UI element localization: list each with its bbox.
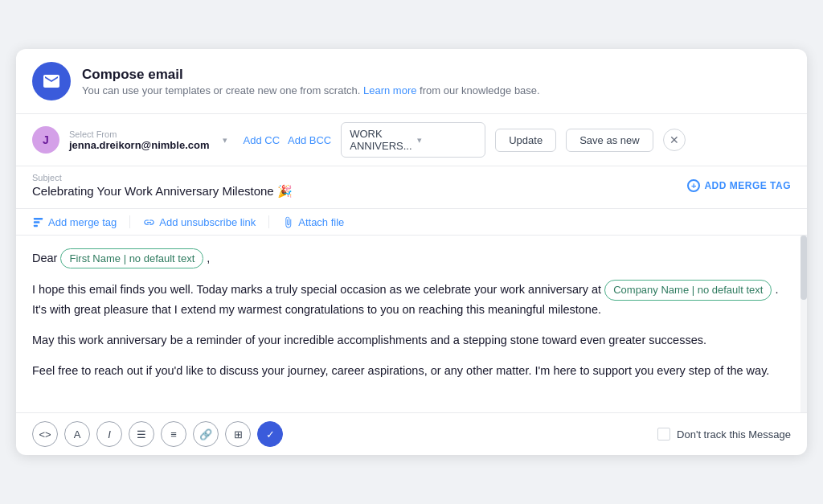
check-button[interactable]: ✓ bbox=[257, 421, 283, 447]
link-format-icon: 🔗 bbox=[199, 428, 212, 440]
dont-track-label: Don't track this Message bbox=[677, 428, 791, 440]
code-button[interactable]: <> bbox=[32, 421, 58, 447]
from-email: jenna.dreikorn@nimble.com bbox=[69, 139, 210, 151]
align-icon: ☰ bbox=[137, 428, 146, 440]
dont-track-section: Don't track this Message bbox=[657, 428, 791, 440]
first-name-merge-tag[interactable]: First Name | no default text bbox=[60, 248, 203, 268]
attach-file-label: Attach file bbox=[298, 216, 344, 228]
svg-rect-2 bbox=[34, 224, 38, 227]
code-icon: <> bbox=[39, 428, 51, 440]
merge-tag-icon bbox=[32, 216, 44, 228]
template-name: WORK ANNIVERS... bbox=[350, 128, 412, 152]
scroll-thumb[interactable] bbox=[800, 236, 807, 300]
merge-tag-label: Add merge tag bbox=[48, 216, 117, 228]
italic-icon: I bbox=[108, 428, 111, 440]
from-selector: Select From jenna.dreikorn@nimble.com bbox=[69, 129, 210, 151]
email-body[interactable]: Dear First Name | no default text , I ho… bbox=[16, 236, 807, 412]
close-button[interactable]: ✕ bbox=[663, 129, 686, 151]
avatar: J bbox=[32, 126, 59, 154]
save-as-new-button[interactable]: Save as new bbox=[566, 129, 653, 152]
add-merge-tag-button[interactable]: + ADD MERGE TAG bbox=[687, 179, 791, 192]
text-format-button[interactable]: A bbox=[64, 421, 90, 447]
cc-bcc-links: Add CC Add BCC bbox=[244, 134, 332, 146]
dear-text: Dear bbox=[32, 252, 60, 264]
from-label: Select From bbox=[69, 129, 210, 139]
attach-icon bbox=[282, 216, 294, 228]
scroll-track bbox=[800, 236, 807, 412]
add-merge-tag-label: ADD MERGE TAG bbox=[704, 180, 791, 191]
compose-modal: Compose email You can use your templates… bbox=[16, 49, 807, 455]
add-bcc-link[interactable]: Add BCC bbox=[288, 134, 331, 146]
list-icon: ≡ bbox=[170, 428, 177, 440]
unsubscribe-label: Add unsubscribe link bbox=[159, 216, 256, 228]
list-button[interactable]: ≡ bbox=[161, 421, 186, 447]
image-button[interactable]: ⊞ bbox=[225, 421, 251, 447]
plus-circle-icon: + bbox=[687, 179, 700, 192]
compose-icon bbox=[32, 62, 71, 100]
compose-subtitle: You can use your templates or create new… bbox=[82, 84, 540, 96]
compose-header: Compose email You can use your templates… bbox=[16, 49, 807, 114]
compose-title: Compose email bbox=[82, 67, 540, 83]
text-icon: A bbox=[74, 428, 81, 440]
image-icon: ⊞ bbox=[234, 428, 243, 440]
learn-more-link[interactable]: Learn more bbox=[363, 84, 416, 96]
body-paragraph1: I hope this email finds you well. Today … bbox=[32, 280, 791, 319]
check-icon: ✓ bbox=[266, 428, 275, 440]
company-name-merge-tag[interactable]: Company Name | no default text bbox=[604, 280, 772, 300]
update-button[interactable]: Update bbox=[495, 129, 556, 152]
italic-button[interactable]: I bbox=[96, 421, 122, 447]
subject-label: Subject bbox=[32, 173, 687, 182]
add-unsubscribe-action[interactable]: Add unsubscribe link bbox=[143, 216, 256, 228]
greeting-paragraph: Dear First Name | no default text , bbox=[32, 248, 791, 268]
link-icon bbox=[143, 216, 155, 228]
body-paragraph3: Feel free to reach out if you'd like to … bbox=[32, 362, 791, 381]
svg-rect-1 bbox=[34, 221, 40, 223]
add-merge-tag-action[interactable]: Add merge tag bbox=[32, 216, 117, 228]
dont-track-checkbox[interactable] bbox=[657, 428, 670, 440]
align-button[interactable]: ☰ bbox=[129, 421, 154, 447]
comma-text: , bbox=[207, 252, 210, 264]
toolbar-separator bbox=[129, 215, 130, 228]
attach-file-action[interactable]: Attach file bbox=[282, 216, 344, 228]
subject-value: Celebrating Your Work Anniversary Milest… bbox=[32, 184, 687, 199]
toolbar-separator-2 bbox=[268, 215, 269, 228]
subject-row: Subject Celebrating Your Work Anniversar… bbox=[16, 166, 807, 209]
bottom-toolbar: <> A I ☰ ≡ 🔗 ⊞ ✓ Don't track this Messag… bbox=[16, 412, 807, 455]
body-paragraph2: May this work anniversary be a reminder … bbox=[32, 331, 791, 350]
header-text: Compose email You can use your templates… bbox=[82, 67, 540, 96]
template-dropdown[interactable]: WORK ANNIVERS... ▾ bbox=[341, 122, 485, 158]
editor-toolbar: Add merge tag Add unsubscribe link Attac… bbox=[16, 209, 807, 236]
email-icon bbox=[42, 72, 61, 91]
email-body-area: Dear First Name | no default text , I ho… bbox=[16, 236, 807, 412]
from-dropdown-arrow[interactable]: ▾ bbox=[223, 135, 227, 145]
link-button[interactable]: 🔗 bbox=[193, 421, 219, 447]
subject-inner: Subject Celebrating Your Work Anniversar… bbox=[32, 173, 687, 199]
template-dropdown-arrow: ▾ bbox=[417, 135, 477, 145]
add-cc-link[interactable]: Add CC bbox=[244, 134, 280, 146]
svg-rect-0 bbox=[34, 217, 43, 219]
from-row: J Select From jenna.dreikorn@nimble.com … bbox=[16, 114, 807, 166]
